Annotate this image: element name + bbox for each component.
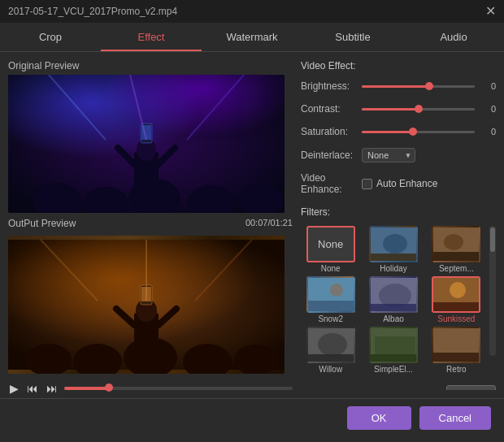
svg-rect-40	[308, 301, 355, 313]
filter-item-holiday[interactable]: Holiday	[363, 226, 423, 273]
filter-item-sunkissed[interactable]: Sunkissed	[427, 276, 486, 323]
next-frame-button[interactable]: ⏭	[45, 380, 59, 396]
saturation-label: Saturation:	[301, 126, 362, 137]
filter-item-september[interactable]: Septem...	[427, 226, 486, 273]
svg-rect-38	[433, 252, 480, 262]
tab-bar: Crop Effect Watermark Subtitle Audio	[0, 23, 504, 52]
filter-label-albao: Albao	[383, 314, 404, 323]
right-panel: Video Effect: Brightness: 0 Contrast: 0	[301, 60, 496, 390]
filter-item-albao[interactable]: Albao	[363, 276, 423, 323]
left-panel: Original Preview	[8, 60, 293, 390]
svg-rect-47	[433, 302, 480, 313]
filter-thumb-albao	[369, 276, 418, 313]
svg-rect-44	[371, 304, 418, 313]
svg-rect-50	[308, 354, 355, 363]
filter-label-simpleel: SimpleEl...	[374, 365, 413, 374]
filter-label-snow2: Snow2	[318, 314, 343, 323]
deinterlace-select[interactable]: None Blend Bob Discard	[362, 148, 415, 162]
svg-point-37	[444, 234, 463, 250]
filter-thumb-snow2	[306, 276, 355, 313]
original-preview-section: Original Preview	[8, 60, 293, 213]
filters-title: Filters:	[301, 206, 496, 218]
contrast-value: 0	[480, 104, 496, 114]
original-preview-image	[8, 75, 285, 213]
filters-grid: None None Holiday	[301, 226, 486, 374]
svg-point-46	[450, 282, 466, 298]
svg-point-49	[318, 333, 347, 356]
filter-thumb-willow	[306, 327, 355, 363]
window-title: 2017-05-17_VCU_2017Promo_v2.mp4	[8, 6, 177, 17]
output-header: OutPut Preview 00:07/01:21	[8, 218, 293, 232]
filter-scrollbar[interactable]	[489, 226, 496, 356]
filter-item-willow[interactable]: Willow	[301, 327, 360, 374]
tab-subtitle[interactable]: Subtitle	[302, 23, 403, 51]
video-effect-title: Video Effect:	[301, 60, 496, 72]
filter-label-retro: Retro	[446, 365, 466, 374]
filter-thumb-retro	[432, 327, 480, 363]
deinterlace-label: Deinterlace:	[301, 150, 362, 161]
saturation-value: 0	[480, 127, 496, 136]
svg-point-34	[383, 234, 407, 254]
close-button[interactable]: ✕	[485, 5, 496, 18]
deinterlace-select-wrapper: None Blend Bob Discard ▼	[362, 148, 415, 162]
filter-scrollbar-thumb	[490, 228, 495, 252]
filter-item-none[interactable]: None None	[301, 226, 360, 273]
svg-rect-35	[371, 254, 418, 262]
output-preview-section: OutPut Preview 00:07/01:21	[8, 218, 293, 374]
filter-item-snow2[interactable]: Snow2	[301, 276, 360, 323]
filter-item-retro[interactable]: Retro	[427, 327, 486, 374]
svg-rect-53	[371, 354, 418, 363]
progress-bar[interactable]	[64, 387, 293, 390]
filter-thumb-september	[432, 226, 480, 262]
player-controls: ▶ ⏮ ⏭	[8, 374, 293, 396]
filter-label-sunkissed: Sunkissed	[437, 314, 475, 323]
brightness-value: 0	[480, 81, 496, 91]
cancel-button[interactable]: Cancel	[419, 406, 491, 430]
filter-label-holiday: Holiday	[380, 264, 406, 273]
svg-rect-52	[375, 336, 415, 357]
auto-enhance-checkbox[interactable]	[362, 179, 372, 189]
auto-enhance-label: Auto Enhance	[376, 178, 437, 189]
svg-rect-56	[433, 353, 480, 363]
filter-label-september: Septem...	[439, 264, 474, 273]
tab-watermark[interactable]: Watermark	[202, 23, 302, 51]
filter-thumb-simpleel	[369, 327, 418, 363]
tab-effect[interactable]: Effect	[101, 23, 202, 51]
filter-thumb-sunkissed	[432, 276, 480, 313]
contrast-row: Contrast: 0	[301, 102, 496, 115]
video-enhance-row: Video Enhance: Auto Enhance	[301, 172, 496, 195]
contrast-slider[interactable]	[362, 102, 475, 115]
deinterlace-row: Deinterlace: None Blend Bob Discard ▼	[301, 148, 496, 162]
timestamp: 00:07/01:21	[245, 218, 293, 232]
contrast-label: Contrast:	[301, 103, 362, 115]
prev-frame-button[interactable]: ⏮	[25, 380, 40, 396]
output-preview-label: OutPut Preview	[8, 218, 76, 229]
bottom-bar: OK Cancel	[0, 398, 504, 437]
filter-label-willow: Willow	[319, 365, 342, 374]
brightness-slider[interactable]	[362, 80, 475, 93]
saturation-slider[interactable]	[362, 125, 475, 138]
ok-button[interactable]: OK	[347, 406, 411, 430]
progress-fill	[64, 387, 110, 390]
filter-thumb-holiday	[369, 226, 418, 262]
filter-label-none: None	[321, 264, 341, 273]
brightness-label: Brightness:	[301, 80, 362, 92]
reset-button[interactable]: Reset	[446, 385, 496, 390]
filters-area: None None Holiday	[301, 226, 496, 374]
svg-point-41	[330, 284, 343, 297]
tab-audio[interactable]: Audio	[403, 23, 504, 51]
original-preview-label: Original Preview	[8, 60, 293, 72]
filter-thumb-none: None	[306, 226, 355, 262]
saturation-row: Saturation: 0	[301, 125, 496, 138]
filters-container: None None Holiday	[301, 226, 486, 374]
filter-item-simpleel[interactable]: SimpleEl...	[363, 327, 423, 374]
main-content: Original Preview	[0, 52, 504, 398]
play-button[interactable]: ▶	[8, 380, 20, 396]
output-preview-image	[8, 236, 285, 374]
tab-crop[interactable]: Crop	[0, 23, 101, 51]
title-bar: 2017-05-17_VCU_2017Promo_v2.mp4 ✕	[0, 0, 504, 23]
video-enhance-label: Video Enhance:	[301, 172, 362, 195]
brightness-row: Brightness: 0	[301, 80, 496, 93]
none-text: None	[318, 238, 343, 250]
